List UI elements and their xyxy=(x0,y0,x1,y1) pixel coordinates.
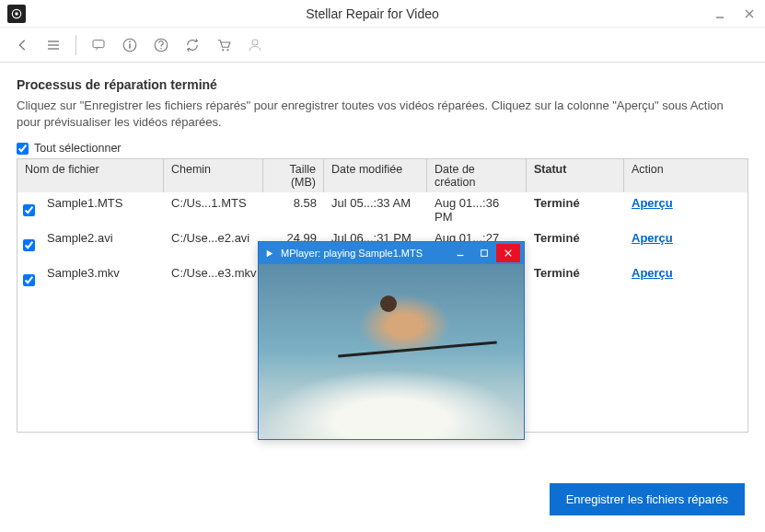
preview-link[interactable]: Aperçu xyxy=(632,196,673,210)
window-controls xyxy=(712,6,758,22)
cell-size: 8.58 xyxy=(263,192,324,227)
cell-status: Terminé xyxy=(527,262,624,297)
select-all-checkbox[interactable] xyxy=(17,143,29,155)
minimize-button[interactable] xyxy=(712,6,728,22)
col-created[interactable]: Date de création xyxy=(427,159,527,192)
col-filename[interactable]: Nom de fichier xyxy=(17,159,164,192)
svg-point-1 xyxy=(15,12,18,16)
window-title: Stellar Repair for Video xyxy=(33,6,712,21)
cell-status: Terminé xyxy=(527,192,624,227)
cell-path: C:/Us...1.MTS xyxy=(164,192,263,227)
row-checkbox[interactable] xyxy=(23,204,35,216)
row-checkbox[interactable] xyxy=(23,239,35,251)
preview-link[interactable]: Aperçu xyxy=(632,266,673,280)
footer: Enregistrer les fichiers réparés xyxy=(550,483,745,515)
select-all-row[interactable]: Tout sélectionner xyxy=(17,142,748,155)
info-icon[interactable] xyxy=(119,34,141,56)
toolbar-separator xyxy=(75,35,76,55)
preview-video-frame xyxy=(259,264,524,439)
cell-filename: Sample3.mkv xyxy=(40,262,164,297)
cell-created: Aug 01...:36 PM xyxy=(427,192,527,227)
svg-rect-8 xyxy=(93,40,104,47)
help-icon[interactable] xyxy=(150,34,172,56)
col-status[interactable]: Statut xyxy=(527,159,624,192)
close-button[interactable] xyxy=(741,6,758,22)
back-icon[interactable] xyxy=(11,34,33,56)
titlebar: Stellar Repair for Video xyxy=(0,0,765,28)
cell-path: C:/Use...e2.avi xyxy=(164,227,263,262)
col-size[interactable]: Taille (MB) xyxy=(263,159,324,192)
preview-window[interactable]: MPlayer: playing Sample1.MTS xyxy=(258,241,525,440)
svg-point-15 xyxy=(226,49,228,51)
svg-point-14 xyxy=(222,49,224,51)
app-icon xyxy=(7,5,26,23)
preview-minimize-button[interactable] xyxy=(448,244,472,262)
col-path[interactable]: Chemin xyxy=(164,159,263,192)
page-title: Processus de réparation terminé xyxy=(17,77,748,92)
preview-maximize-button[interactable] xyxy=(472,244,496,262)
preview-titlebar[interactable]: MPlayer: playing Sample1.MTS xyxy=(259,242,524,264)
svg-marker-17 xyxy=(266,249,272,256)
cart-icon[interactable] xyxy=(213,34,235,56)
feedback-icon[interactable] xyxy=(87,34,110,56)
svg-rect-19 xyxy=(481,250,488,257)
preview-app-icon xyxy=(262,247,275,260)
cell-modified: Jul 05...:33 AM xyxy=(324,192,427,227)
preview-link[interactable]: Aperçu xyxy=(632,231,673,245)
table-header: Nom de fichier Chemin Taille (MB) Date m… xyxy=(17,159,748,192)
page-description: Cliquez sur "Enregistrer les fichiers ré… xyxy=(17,98,748,131)
col-modified[interactable]: Date modifiée xyxy=(324,159,427,192)
user-icon[interactable] xyxy=(244,34,266,56)
toolbar xyxy=(0,28,765,63)
refresh-icon[interactable] xyxy=(181,34,203,56)
cell-status: Terminé xyxy=(527,227,624,262)
preview-title: MPlayer: playing Sample1.MTS xyxy=(281,248,448,259)
menu-icon[interactable] xyxy=(42,34,64,56)
table-row: Sample1.MTS C:/Us...1.MTS 8.58 Jul 05...… xyxy=(17,192,748,227)
svg-point-16 xyxy=(252,40,258,45)
cell-path: C:/Use...e3.mkv xyxy=(164,262,263,297)
svg-point-11 xyxy=(129,40,131,42)
select-all-label: Tout sélectionner xyxy=(34,142,122,155)
col-action[interactable]: Action xyxy=(624,159,748,192)
svg-point-13 xyxy=(160,48,162,50)
preview-close-button[interactable] xyxy=(496,244,520,262)
save-repaired-button[interactable]: Enregistrer les fichiers réparés xyxy=(550,483,745,515)
row-checkbox[interactable] xyxy=(23,274,35,286)
cell-filename: Sample2.avi xyxy=(40,227,164,262)
cell-filename: Sample1.MTS xyxy=(40,192,164,227)
